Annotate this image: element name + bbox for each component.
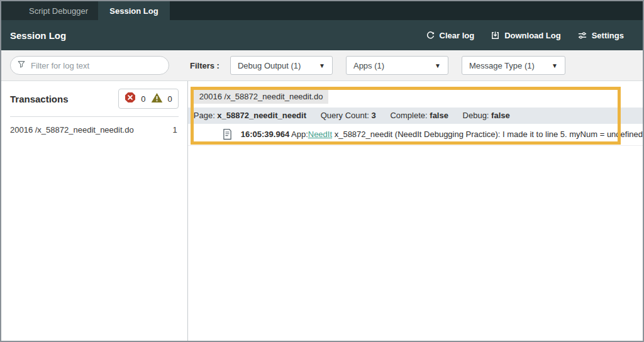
transaction-item-count: 1 (173, 125, 177, 135)
log-panel: 20016 /x_58872_needit_needit.do Page: x_… (188, 81, 643, 341)
header-actions: Clear log Download Log (426, 31, 624, 40)
download-log-label: Download Log (504, 31, 561, 40)
error-icon (125, 92, 136, 106)
settings-label: Settings (592, 31, 624, 40)
transaction-item-label: 20016 /x_58872_needit_needit.do (10, 125, 134, 135)
meta-complete-value: false (430, 111, 448, 120)
apps-dropdown-label: Apps (1) (353, 61, 384, 70)
log-entry-row: 16:05:39.964 App:NeedIt x_58872_needit (… (188, 124, 643, 146)
transaction-list-item[interactable]: 20016 /x_58872_needit_needit.do 1 (1, 117, 187, 143)
apps-dropdown[interactable]: Apps (1) ▼ (346, 56, 448, 75)
meta-page-value: x_58872_needit_needit (217, 111, 306, 120)
filters-label: Filters : (190, 61, 219, 70)
meta-query-count: Query Count: 3 (321, 111, 376, 120)
log-entry-time: 16:05:39.964 (241, 130, 289, 139)
log-entry-app-label: App: (289, 130, 308, 139)
meta-page: Page: x_58872_needit_needit (194, 111, 306, 120)
funnel-icon (17, 60, 26, 71)
page-title: Session Log (10, 30, 66, 41)
warning-count: 0 (168, 94, 172, 104)
settings-button[interactable]: Settings (577, 31, 624, 40)
tab-script-debugger[interactable]: Script Debugger (19, 1, 98, 20)
debug-output-dropdown[interactable]: Debug Output (1) ▼ (230, 56, 333, 75)
transaction-title-chip[interactable]: 20016 /x_58872_needit_needit.do (194, 89, 329, 104)
tab-session-log[interactable]: Session Log (98, 1, 170, 20)
message-type-dropdown-label: Message Type (1) (469, 61, 535, 70)
tab-strip-spacer (1, 1, 19, 20)
log-filter-field (10, 56, 169, 75)
log-filter-input[interactable] (31, 61, 162, 70)
meta-complete: Complete: false (390, 111, 448, 120)
meta-page-label: Page: (194, 111, 218, 120)
meta-debug-value: false (491, 111, 510, 120)
tab-session-log-label: Session Log (109, 6, 158, 16)
content-area: Transactions 0 (1, 81, 643, 341)
tab-script-debugger-label: Script Debugger (29, 6, 88, 16)
filter-bar: Filters : Debug Output (1) ▼ Apps (1) ▼ … (1, 50, 643, 81)
meta-complete-label: Complete: (390, 111, 430, 120)
log-entry-text: x_58872_needit (NeedIt Debugging Practic… (332, 130, 643, 139)
download-icon (491, 31, 500, 40)
session-log-window: Script Debugger Session Log Session Log … (0, 0, 644, 342)
log-entry-message: 16:05:39.964 App:NeedIt x_58872_needit (… (241, 130, 643, 139)
header-bar: Session Log Clear log (1, 20, 643, 50)
debug-output-dropdown-label: Debug Output (1) (238, 61, 301, 70)
document-icon (223, 128, 232, 140)
meta-query-count-value: 3 (372, 111, 376, 120)
chevron-down-icon: ▼ (319, 62, 325, 69)
transactions-title: Transactions (10, 94, 69, 104)
chevron-down-icon: ▼ (435, 62, 441, 69)
warning-icon (151, 92, 163, 106)
message-type-dropdown[interactable]: Message Type (1) ▼ (462, 56, 565, 75)
meta-debug-label: Debug: (463, 111, 492, 120)
transactions-header: Transactions 0 (1, 81, 187, 115)
download-log-button[interactable]: Download Log (491, 31, 561, 40)
clear-log-button[interactable]: Clear log (426, 31, 475, 40)
chevron-down-icon: ▼ (552, 62, 558, 69)
clear-log-label: Clear log (440, 31, 475, 40)
meta-query-count-label: Query Count: (321, 111, 372, 120)
app-link[interactable]: NeedIt (308, 130, 332, 139)
meta-debug: Debug: false (463, 111, 510, 120)
transactions-panel: Transactions 0 (1, 81, 188, 341)
error-count: 0 (141, 94, 145, 104)
tab-strip: Script Debugger Session Log (1, 1, 643, 20)
transaction-meta-row: Page: x_58872_needit_needit Query Count:… (188, 108, 643, 124)
transaction-title-row: 20016 /x_58872_needit_needit.do (188, 89, 643, 108)
refresh-icon (426, 31, 435, 40)
sliders-icon (577, 31, 587, 40)
error-warning-badge: 0 0 (118, 89, 178, 109)
